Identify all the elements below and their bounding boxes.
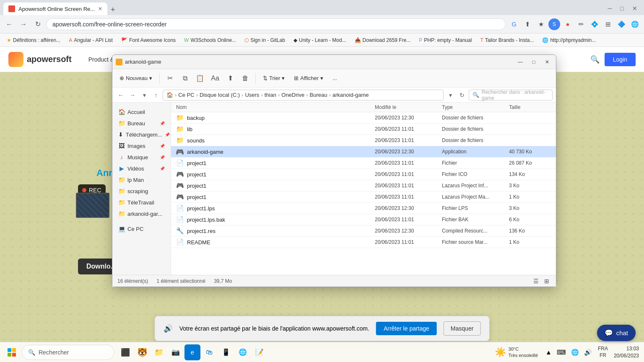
grid-view-button[interactable]: ⊞	[543, 277, 551, 285]
table-row[interactable]: 📄 project1.lps.bak 20/06/2023 11:01 Fich…	[171, 214, 556, 225]
breadcrumb-arkanoid[interactable]: arkanoid-game	[332, 92, 369, 98]
bookmark-download[interactable]: 📥 Download 2659 Fre...	[351, 36, 414, 44]
breadcrumb-onedrive[interactable]: OneDrive	[281, 92, 304, 98]
taskbar-browser1-icon[interactable]: 🐯	[134, 344, 150, 360]
start-button[interactable]	[3, 344, 20, 361]
bookmark-angular[interactable]: A Angular - API List	[65, 36, 116, 44]
list-view-button[interactable]: ☰	[532, 277, 540, 285]
explorer-maximize[interactable]: □	[528, 58, 539, 66]
tab-close-button[interactable]: ✕	[98, 6, 102, 12]
taskbar-phone-icon[interactable]: 📱	[218, 344, 234, 360]
browser-close[interactable]: ✕	[629, 3, 641, 13]
explorer-minimize[interactable]: —	[515, 58, 526, 66]
sidebar-item-images[interactable]: 🖼 Images 📌	[114, 140, 169, 151]
hide-sharing-button[interactable]: Masquer	[444, 321, 480, 336]
toolbar-share-button[interactable]: ⬆	[223, 72, 237, 85]
apowersoft-logo[interactable]: apowersoft	[8, 52, 72, 67]
toolbar-sort-button[interactable]: ⇅ Trier ▾	[259, 73, 288, 83]
weather-widget[interactable]: ☀️ 30°C Très ensoleillé	[495, 346, 538, 358]
bookmark-unity[interactable]: ◆ Unity - Learn - Mod...	[290, 36, 350, 44]
breadcrumb-dropdown-button[interactable]: ▾	[445, 90, 455, 100]
table-row[interactable]: 📄 project1 20/06/2023 11:01 Fichier 26 0…	[171, 158, 556, 169]
browser-minimize[interactable]: ─	[605, 3, 615, 13]
sidebar-item-videos[interactable]: ▶ Vidéos 📌	[114, 163, 169, 174]
breadcrumb-thian[interactable]: thian	[265, 92, 276, 98]
new-tab-button[interactable]: +	[108, 5, 118, 14]
toolbar-rename-button[interactable]: Aa	[208, 72, 222, 85]
taskbar-store-icon[interactable]: 🛍	[201, 344, 217, 360]
breadcrumb-users[interactable]: Users	[245, 92, 259, 98]
taskbar-notes-icon[interactable]: 📝	[252, 344, 267, 360]
bookmark-tailor[interactable]: T Tailor Brands - Insta...	[477, 36, 537, 44]
sidebar-item-scraping[interactable]: 📁 scraping	[114, 186, 169, 197]
explorer-close[interactable]: ✕	[542, 58, 553, 66]
header-search-icon[interactable]: 🔍	[590, 55, 600, 64]
bookmark-gitlab[interactable]: ⬡ Sign in - GitLab	[241, 36, 288, 44]
browser-maximize[interactable]: □	[617, 3, 627, 13]
tray-expand-icon[interactable]: ▲	[544, 348, 553, 357]
sidebar-item-bureau[interactable]: 📁 Bureau 📌	[114, 118, 169, 129]
taskbar-explorer-icon[interactable]: 📁	[151, 344, 167, 360]
back-button[interactable]: ←	[3, 18, 15, 30]
sidebar-item-musique[interactable]: ♪ Musique 📌	[114, 152, 169, 163]
sidebar-item-arkanoid[interactable]: 📁 arkanoid-gar...	[114, 208, 169, 219]
table-row[interactable]: 📄 project1.lps 20/06/2023 12:30 Fichier …	[171, 203, 556, 214]
explorer-search-box[interactable]: 🔍 Rechercher dans : arkanoid-game	[469, 90, 553, 101]
toolbar-new-button[interactable]: ⊕ Nouveau ▾	[116, 73, 156, 83]
breadcrumb-disque[interactable]: Disque local (C:)	[200, 92, 240, 98]
sidebar-item-teletravail[interactable]: 📁 TéleTravail	[114, 197, 169, 208]
share-icon[interactable]: ⬆	[522, 18, 533, 30]
extension-icon3[interactable]: ✏	[575, 18, 587, 30]
taskbar-widgets-icon[interactable]: ⬛	[117, 344, 133, 360]
stop-sharing-button[interactable]: Arrêter le partage	[376, 322, 437, 335]
toolbar-cut-button[interactable]: ✂	[163, 72, 177, 85]
breadcrumb-bureau[interactable]: Bureau	[310, 92, 327, 98]
taskbar-browser2-icon[interactable]: e	[184, 344, 200, 360]
table-row[interactable]: 📁 lib 20/06/2023 11:01 Dossier de fichie…	[171, 124, 556, 135]
bookmark-php[interactable]: P PHP: empty - Manual	[415, 36, 475, 44]
keyboard-icon[interactable]: ⌨	[555, 348, 568, 357]
bookmark-w3schools[interactable]: W W3Schools Online...	[181, 36, 239, 44]
explorer-up-button[interactable]: ▾	[139, 90, 149, 100]
toolbar-view-button[interactable]: ⊞ Afficher ▾	[290, 73, 327, 83]
bookmark-phpmyadmin[interactable]: 🌐 http://phpmyadmin...	[539, 36, 599, 44]
bookmark-icon[interactable]: ★	[535, 18, 547, 30]
toolbar-copy-button[interactable]: ⧉	[178, 72, 192, 85]
table-row[interactable]: 🎮 arkanoid-game 20/06/2023 12:30 Applica…	[171, 146, 556, 158]
extension-icon5[interactable]: ⊞	[602, 18, 614, 30]
explorer-forward-button[interactable]: →	[127, 90, 138, 100]
breadcrumb-cepc[interactable]: Ce PC	[178, 92, 194, 98]
table-row[interactable]: 🎮 project1 20/06/2023 11:01 Fichier ICO …	[171, 169, 556, 180]
extension-icon7[interactable]: 🌐	[629, 18, 641, 30]
sidebar-item-cepc[interactable]: 💻 Ce PC	[114, 223, 169, 234]
language-indicator[interactable]: FRA FR	[596, 346, 610, 359]
explorer-back-button[interactable]: ←	[116, 90, 126, 100]
forward-button[interactable]: →	[18, 18, 29, 30]
taskbar-search-box[interactable]: 🔍 Rechercher	[22, 345, 114, 360]
bookmark-fontawesome[interactable]: 🚩 Font Awesome Icons	[118, 36, 179, 44]
table-row[interactable]: 📄 README 20/06/2023 11:01 Fichier source…	[171, 237, 556, 248]
extension-icon4[interactable]: 💠	[589, 18, 600, 30]
explorer-refresh-button[interactable]: ↻	[457, 90, 467, 100]
active-tab[interactable]: Apowersoft Online Screen Re... ✕	[3, 3, 107, 15]
bookmark-definitions[interactable]: ★ Définitions : afféren...	[3, 36, 64, 44]
network-icon[interactable]: 🌐	[569, 348, 581, 357]
table-row[interactable]: 🎮 project1 20/06/2023 11:01 Lazarus Proj…	[171, 191, 556, 203]
taskbar-chrome-icon[interactable]: 🌐	[235, 344, 251, 360]
google-icon[interactable]: G	[508, 18, 520, 30]
table-row[interactable]: 🎮 project1 20/06/2023 11:01 Lazarus Proj…	[171, 180, 556, 191]
login-button[interactable]: Login	[605, 53, 636, 66]
sidebar-item-accueil[interactable]: 🏠 Accueil	[114, 106, 169, 117]
toolbar-delete-button[interactable]: 🗑	[239, 72, 252, 85]
taskbar-app1-icon[interactable]: 📷	[168, 344, 184, 360]
extension-icon6[interactable]: 🔷	[615, 18, 627, 30]
toolbar-paste-button[interactable]: 📋	[193, 72, 207, 85]
chat-button[interactable]: 💬 chat	[597, 325, 636, 341]
taskbar-clock[interactable]: 13:03 20/06/2023	[612, 345, 641, 359]
explorer-parent-button[interactable]: ↑	[151, 90, 161, 100]
extension-icon1[interactable]: S	[548, 18, 560, 30]
sound-icon[interactable]: 🔊	[582, 348, 594, 357]
extension-icon2[interactable]: ●	[562, 18, 574, 30]
toolbar-more-button[interactable]: ...	[329, 73, 341, 83]
sidebar-item-telechargements[interactable]: ⬇ Téléchargem... 📌	[114, 129, 169, 140]
